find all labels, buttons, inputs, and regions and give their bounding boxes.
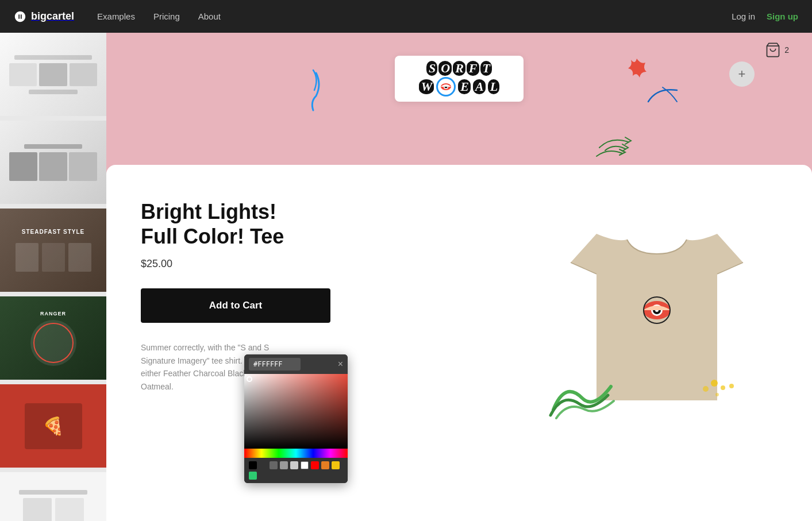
color-swatch[interactable] [249,472,257,480]
list-item[interactable]: Steadfast Style [0,209,106,292]
nav-examples[interactable]: Examples [97,11,135,21]
logo-link[interactable]: bigcartel [14,10,97,23]
nav-about[interactable]: About [198,11,221,21]
svg-point-10 [721,385,725,390]
logo-icon [14,10,26,23]
store-card: ↙ × [106,165,812,521]
color-picker-header: × [244,354,348,374]
color-picker-popup: ↙ × [244,354,348,483]
store-name: S O R F T W [402,60,517,97]
blue-swirl-decoration [302,67,330,115]
nav-links: Examples Pricing About [97,11,732,21]
color-swatches [244,458,348,483]
plus-icon: + [738,67,746,82]
svg-point-12 [715,393,719,396]
nav-pricing[interactable]: Pricing [153,11,180,21]
navigation: bigcartel Examples Pricing About Log in … [0,0,812,33]
green-arrows-decoration [594,125,640,161]
product-title: Bright Lights! Full Color! Tee [141,199,502,249]
color-swatch[interactable] [321,461,329,469]
color-swatch[interactable] [301,461,309,469]
list-item[interactable]: 🍕 [0,384,106,468]
color-swatch[interactable] [259,461,267,469]
blue-line-decoration [645,84,680,110]
cart-icon-wrap[interactable]: 2 [765,42,789,58]
nav-right: Log in Sign up [732,11,798,21]
product-image-area [536,188,778,429]
product-price: $25.00 [141,258,502,270]
zoom-plus-button[interactable]: + [729,61,755,87]
hex-input[interactable] [249,358,301,371]
signup-link[interactable]: Sign up [767,11,798,21]
login-link[interactable]: Log in [732,11,755,21]
color-swatch[interactable] [311,461,319,469]
color-swatch[interactable] [290,461,298,469]
gradient-selector-dot [247,376,252,382]
svg-point-9 [711,380,718,387]
hue-spectrum[interactable] [244,449,348,458]
list-item[interactable] [0,472,106,521]
color-swatch[interactable] [249,461,257,469]
list-item[interactable]: RANGER [0,296,106,380]
store-logo-box: S O R F T W [395,56,524,102]
color-gradient-picker[interactable] [244,374,348,449]
logo-text: bigcartel [31,10,74,22]
sidebar: Steadfast Style RANGER 🍕 [0,33,106,521]
cart-count: 2 [784,45,789,55]
red-star-decoration [622,56,651,87]
list-item[interactable] [0,33,106,116]
color-picker-close-button[interactable]: × [338,359,343,369]
color-swatch[interactable] [332,461,340,469]
main-content: S O R F T W [106,33,812,521]
add-to-cart-button[interactable]: Add to Cart [141,288,330,323]
svg-point-13 [729,384,734,388]
green-scribble-decoration [548,369,617,423]
page-wrapper: Steadfast Style RANGER 🍕 [0,33,812,521]
color-swatch[interactable] [270,461,278,469]
svg-point-11 [703,386,709,392]
list-item[interactable] [0,121,106,204]
store-logo-area: S O R F T W [395,56,524,102]
color-swatch[interactable] [280,461,288,469]
cart-icon [765,42,781,58]
